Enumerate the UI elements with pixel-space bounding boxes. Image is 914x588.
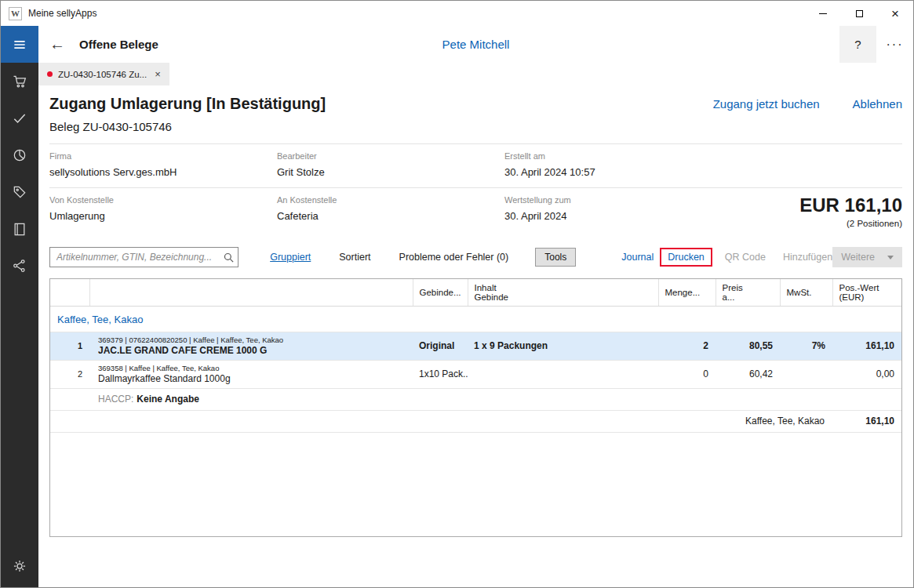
minimize-icon [819,13,827,14]
app-icon: W [9,7,22,20]
header-mwst: MwSt. [780,279,832,306]
document-title: Zugang Umlagerung [In Bestätigung] [49,95,326,113]
maximize-icon [856,10,863,17]
table-row-2[interactable]: 2 369358 | Kaffee | Kaffee, Tee, Kakao D… [50,360,901,388]
field-value: Cafeteria [277,210,504,222]
field-label: Wertstellung zum [504,195,732,205]
tab-document[interactable]: ZU-0430-105746 Zu... × [38,63,169,85]
field-erstellt-am: Erstellt am 30. April 2024 10:57 [504,151,732,178]
help-button[interactable]: ? [839,26,876,63]
minimize-button[interactable] [805,1,841,26]
window-controls: × [805,1,913,26]
close-icon: × [891,7,899,20]
tools-button[interactable]: Tools [535,248,576,267]
cell-poswert: 161,10 [832,332,901,360]
page-title: Offene Belege [79,38,158,51]
tag-icon [12,184,27,200]
back-button[interactable]: ← [49,35,65,53]
haccp-cell: HACCP:Keine Angabe [89,388,901,410]
hamburger-icon [12,37,27,53]
field-value: 30. April 2024 10:57 [504,166,732,178]
drucken-button[interactable]: Drucken [668,252,705,263]
hinzufuegen-button[interactable]: Hinzufügen [783,252,832,263]
sidebar-item-tasks[interactable] [1,100,38,136]
qr-code-button[interactable]: QR Code [725,252,766,263]
window-title: Meine sellyApps [28,8,96,19]
article-name: JAC.LE GRAND CAFE CREME 1000 G [98,345,404,356]
article-meta: 369358 | Kaffee | Kaffee, Tee, Kakao [98,364,404,372]
info-row-2: Von Kostenstelle Umlagerung An Kostenste… [49,187,902,238]
weitere-button[interactable]: Weitere [832,247,902,267]
info-row-1: Firma sellysolutions Serv.ges.mbH Bearbe… [49,143,902,187]
header-description [89,279,413,306]
field-bearbeiter: Bearbeiter Grit Stolze [277,151,504,178]
field-an-kostenstelle: An Kostenstelle Cafeteria [277,195,504,228]
toolbar-sortiert[interactable]: Sortiert [339,252,370,263]
toolbar-probleme[interactable]: Probleme oder Fehler (0) [399,252,509,263]
total-amount: EUR 161,10 [799,195,902,216]
field-firma: Firma sellysolutions Serv.ges.mbH [49,151,277,178]
maximize-button[interactable] [841,1,877,26]
tab-label: ZU-0430-105746 Zu... [58,70,147,79]
sidebar-item-prices[interactable] [1,173,38,210]
header-preis: Preisa... [716,279,780,306]
search-icon[interactable] [223,252,235,263]
sidebar-item-cart[interactable] [1,63,38,100]
cell-menge: 0 [658,360,716,388]
document-view: Zugang Umlagerung [In Bestätigung] Zugan… [38,85,913,587]
reject-button[interactable]: Ablehnen [853,97,902,111]
close-button[interactable]: × [877,1,913,26]
sidebar-item-settings[interactable] [1,547,38,584]
field-label: Firma [49,151,277,161]
haccp-row: HACCP:Keine Angabe [50,388,901,410]
haccp-value: Keine Angabe [137,394,199,405]
total-positions: (2 Positionen) [799,219,902,228]
row-description: 369358 | Kaffee | Kaffee, Tee, Kakao Dal… [89,360,413,388]
header-menge: Menge... [658,279,716,306]
row-description: 369379 | 07622400820250 | Kaffee | Kaffe… [89,332,413,360]
field-value: sellysolutions Serv.ges.mbH [49,166,277,178]
more-button[interactable]: ··· [876,26,913,63]
field-von-kostenstelle: Von Kostenstelle Umlagerung [49,195,277,228]
sidebar-item-reports[interactable] [1,136,38,173]
positions-table-container: Gebinde... InhaltGebinde Menge... Preisa… [49,278,902,537]
table-header-row: Gebinde... InhaltGebinde Menge... Preisa… [50,279,901,306]
tab-status-dot [47,71,53,77]
tab-bar: ZU-0430-105746 Zu... × [38,63,913,85]
positions-table: Gebinde... InhaltGebinde Menge... Preisa… [50,279,901,433]
sidebar-item-journal[interactable] [1,210,38,247]
cell-preis: 80,55 [716,332,780,360]
cell-preis: 60,42 [716,360,780,388]
hamburger-button[interactable] [1,26,38,63]
cell-mwst: 7% [780,332,832,360]
document-total: EUR 161,10 (2 Positionen) [799,195,902,228]
header-gebinde: Gebinde... [413,279,468,306]
search-input[interactable] [56,252,223,263]
cell-gebinde: Original [413,332,468,360]
toolbar: Gruppiert Sortiert Probleme oder Fehler … [49,247,902,267]
table-row-1[interactable]: 1 369379 | 07622400820250 | Kaffee | Kaf… [50,332,901,360]
book-receipt-button[interactable]: Zugang jetzt buchen [713,97,820,111]
toolbar-gruppiert[interactable]: Gruppiert [270,252,311,263]
tab-close-icon[interactable]: × [155,68,161,80]
field-label: An Kostenstelle [277,195,504,205]
header-inhalt: InhaltGebinde [468,279,658,306]
sidebar [1,26,38,587]
field-wertstellung: Wertstellung zum 30. April 2024 [504,195,732,228]
group-header-row: Kaffee, Tee, Kakao [50,306,901,332]
user-name[interactable]: Pete Mitchell [442,38,510,51]
book-icon [12,221,27,237]
field-value: Umlagerung [49,210,277,222]
footer-group-total: 161,10 [832,410,901,432]
check-icon [12,111,27,126]
row-number: 1 [50,332,89,360]
field-label: Bearbeiter [277,151,504,161]
header-poswert: Pos.-Wert(EUR) [832,279,901,306]
field-value: 30. April 2024 [504,210,732,222]
journal-button[interactable]: Journal [621,252,654,263]
group-footer-row: Kaffee, Tee, Kakao 161,10 [50,410,901,432]
group-name: Kaffee, Tee, Kakao [50,306,901,332]
weitere-label: Weitere [841,252,875,263]
cell-menge: 2 [658,332,716,360]
sidebar-item-network[interactable] [1,247,38,284]
